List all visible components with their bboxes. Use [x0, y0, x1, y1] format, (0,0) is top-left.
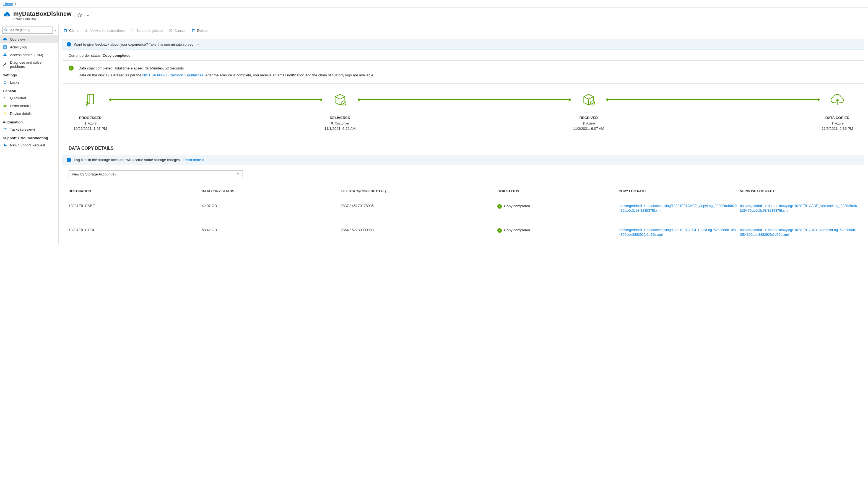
lock-icon [3, 80, 7, 84]
resource-header: myDataBoxDisknew Azure Data Box ⋯ [0, 8, 868, 25]
status-value: Copy completed [103, 53, 130, 58]
stage-label: DELIVERED [324, 116, 356, 120]
search-input[interactable] [8, 27, 51, 33]
sidebar-item-label: Diagnose and solve problems [10, 60, 56, 69]
sidebar-item-tasks[interactable]: Tasks (preview) [0, 125, 58, 133]
verbose-log-link[interactable]: convergeddbd1 > databoxcopylog/18231E91C… [740, 228, 857, 237]
svg-line-23 [169, 30, 172, 32]
breadcrumb-home[interactable]: Home [3, 2, 13, 6]
sidebar-item-access-control[interactable]: Access control (IAM) [0, 51, 58, 59]
table-row: 18231E91C1E4 58.42 GB 2864 / 62730300988… [69, 220, 858, 245]
chevron-right-icon: › [15, 2, 16, 6]
button-label: Clone [69, 29, 79, 33]
command-bar: Clone View ship instructions Schedule pi… [59, 25, 868, 36]
success-line2: Data on the disk(s) is erased as per the… [79, 72, 374, 79]
cloud-upload-icon [822, 92, 853, 108]
button-label: Cancel [174, 29, 185, 33]
col-copy-log: COPY LOG PATH [619, 189, 737, 193]
stage-time: 11/1/2021, 6:22 AM [324, 126, 356, 131]
sidebar-item-activity-log[interactable]: Activity log [0, 43, 58, 51]
col-status: DATA COPY STATUS [202, 189, 338, 193]
server-icon [73, 92, 107, 108]
success-line1: Data copy completed: Total time elapsed:… [79, 65, 374, 72]
wrench-icon [3, 62, 7, 67]
clone-button[interactable]: Clone [63, 27, 79, 34]
stage-time: 11/3/2021, 6:07 AM [573, 126, 604, 131]
sidebar-item-label: Device details [10, 112, 32, 116]
sidebar-item-overview[interactable]: Overview [0, 35, 58, 43]
svg-rect-15 [5, 128, 7, 129]
svg-rect-8 [4, 104, 7, 107]
nist-link[interactable]: NIST SP 800-88 Revision 1 guidelines [143, 73, 204, 77]
sidebar-item-label: Overview [10, 37, 25, 41]
favorite-button[interactable] [76, 11, 83, 19]
search-input-wrapper[interactable] [2, 27, 53, 34]
sidebar-item-new-support[interactable]: New Support Request [0, 141, 58, 149]
main-content: Clone View ship instructions Schedule pi… [59, 25, 868, 244]
copy-log-link[interactable]: convergeddbd1 > databoxcopylog/18231E91C… [619, 204, 737, 213]
more-button[interactable]: ⋯ [86, 12, 92, 19]
svg-rect-16 [4, 130, 4, 130]
cancel-icon [168, 28, 173, 33]
sidebar-item-label: Activity log [10, 45, 27, 49]
svg-rect-2 [4, 46, 7, 49]
sidebar-item-label: Access control (IAM) [10, 53, 43, 57]
svg-point-6 [5, 54, 6, 55]
stage-sub: Customer [335, 121, 349, 125]
sidebar-heading-support: Support + troubleshooting [0, 133, 58, 141]
external-link-icon: ⧉ [202, 158, 204, 161]
cell-disk-status: ✓Copy completed [497, 228, 616, 233]
sidebar-item-diagnose[interactable]: Diagnose and solve problems [0, 59, 58, 70]
svg-point-5 [4, 54, 5, 55]
stage-label: DATA COPIED [822, 116, 853, 120]
col-verbose-log: VERBOSE LOG PATH [740, 189, 858, 193]
svg-rect-24 [88, 94, 94, 104]
verbose-log-link[interactable]: convergeddbd1 > databoxcopylog/18231E91C… [740, 204, 857, 213]
sidebar-item-quickstart[interactable]: Quickstart [0, 94, 58, 102]
col-disk-status: DISK STATUS [497, 189, 616, 193]
stage-time: 11/6/2021, 2:36 PM [822, 126, 853, 131]
page-subtitle: Azure Data Box [13, 17, 71, 21]
sidebar-item-device-details[interactable]: Device details [0, 110, 58, 117]
breadcrumb: Home › [0, 0, 868, 8]
pin-icon [331, 122, 334, 125]
pin-icon [84, 122, 87, 125]
svg-rect-13 [5, 114, 5, 115]
sidebar-heading-general: General [0, 86, 58, 94]
cell-status: 42.07 GB [202, 204, 338, 208]
svg-rect-14 [4, 128, 4, 129]
pin-icon [831, 122, 834, 125]
delete-button[interactable]: Delete [191, 27, 208, 34]
copy-log-link[interactable]: convergeddbd1 > databoxcopylog/18231E91C… [619, 228, 736, 237]
collapse-sidebar-button[interactable]: « [55, 29, 56, 32]
button-label: View ship instructions [90, 29, 125, 33]
sidebar-item-order-details[interactable]: Order details [0, 102, 58, 110]
svg-rect-19 [64, 30, 67, 32]
feedback-text: Want to give feedback about your experie… [74, 42, 193, 47]
view-by-select[interactable]: View by Storage Account(s) [69, 170, 243, 178]
success-message: ✓ Data copy completed: Total time elapse… [63, 61, 864, 83]
status-label: Current order status: [69, 53, 101, 58]
col-file-stats: FILE STATS(COPIED/TOTAL) [341, 189, 494, 193]
support-icon [3, 143, 7, 147]
sidebar-item-locks[interactable]: Locks [0, 78, 58, 86]
info-icon: i [67, 158, 71, 162]
stage-copied: DATA COPIED Azure 11/6/2021, 2:36 PM [822, 92, 853, 131]
stage-sub: Azure [586, 121, 595, 125]
order-status: Current order status: Copy completed [63, 50, 864, 61]
stage-processed: PROCESSED Azure 10/26/2021, 1:07 PM [73, 92, 107, 131]
details-icon [3, 103, 7, 108]
stage-time: 10/26/2021, 1:07 PM [73, 126, 107, 131]
box-check-icon [573, 92, 604, 108]
info-icon: i [67, 42, 71, 47]
copy-icon [63, 28, 67, 33]
learn-more-link[interactable]: Learn more ⧉ [183, 158, 204, 162]
sidebar: « Overview Activity log Access control (… [0, 25, 59, 244]
cell-file-stats: 2864 / 62730300988 [341, 228, 494, 232]
calendar-icon [130, 28, 135, 33]
lightning-icon [3, 96, 7, 100]
feedback-banner[interactable]: i Want to give feedback about your exper… [63, 39, 864, 50]
button-label: Delete [197, 29, 208, 33]
svg-point-27 [87, 103, 88, 104]
storage-charges-banner: i Log files in the storage accounts will… [63, 155, 864, 165]
